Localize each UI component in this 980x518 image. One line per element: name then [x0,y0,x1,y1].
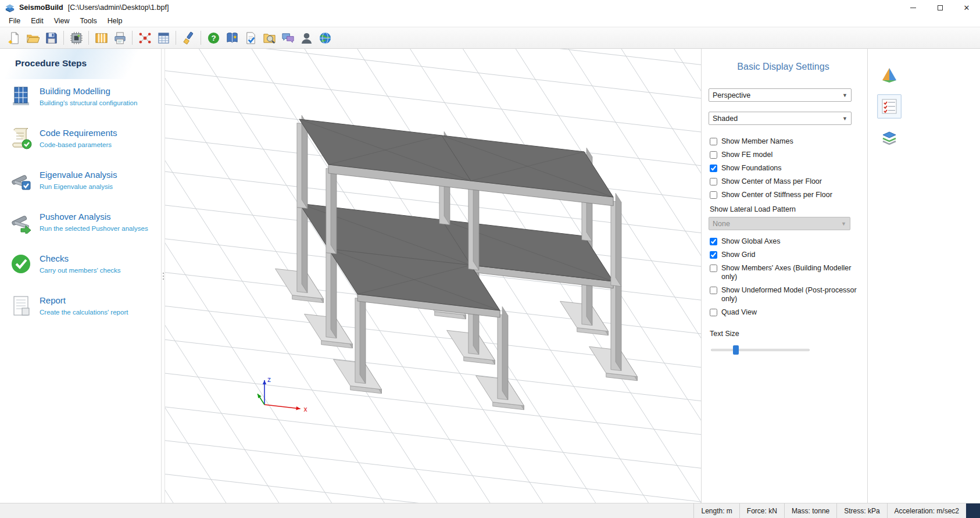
layers-button[interactable] [877,126,902,150]
projection-select[interactable]: Perspective ▼ [709,88,852,102]
checkbox-show-undeformed-model[interactable]: Show Undeformed Model (Post-processor on… [709,284,858,306]
display-settings-panel: Basic Display Settings Perspective ▼ Sha… [701,49,867,503]
toolbar-separator [132,31,133,45]
step-building-modelling[interactable]: Building Modelling Building's structural… [0,79,161,114]
eigenvalue-network-icon [138,31,152,45]
checklist-icon [881,98,898,115]
checkbox-input[interactable] [710,138,717,145]
new-file-icon [8,31,21,45]
building-modelling-icon [9,85,33,108]
text-size-slider-thumb[interactable] [733,345,739,355]
step-label: Code Requirements [40,128,117,138]
checkbox-input[interactable] [710,165,717,172]
text-size-slider[interactable] [711,345,810,355]
maximize-button[interactable] [927,0,953,15]
forum-icon [281,31,295,45]
help-button[interactable]: ? [204,29,223,47]
app-window: SeismoBuild [C:\Users\admin\Desktop\1.bp… [0,0,980,518]
print-report-icon [113,31,127,45]
new-file-button[interactable] [5,29,23,47]
scene-canvas[interactable]: zx [165,49,701,503]
menu-file[interactable]: File [3,16,26,26]
processor-icon [70,31,83,45]
checkbox-show-global-axes[interactable]: Show Global Axes [709,235,858,248]
document-check-icon [244,31,257,45]
checkbox-label: Show FE model [721,151,772,159]
statusbar: Length: m Force: kN Mass: tonne Stress: … [0,503,980,518]
procedure-steps-title: Procedure Steps [0,49,161,79]
step-report[interactable]: Report Create the calculations' report [0,288,161,323]
procedure-steps-panel: Procedure Steps Building Modelling Build… [0,49,162,503]
checkbox-label: Show Foundations [721,164,782,173]
calculator-button[interactable] [154,29,173,47]
open-file-path: [C:\Users\admin\Desktop\1.bpf] [68,3,169,12]
print-report-button[interactable] [110,29,129,47]
website-button[interactable] [316,29,334,47]
open-file-button[interactable] [23,29,42,47]
svg-text:?: ? [211,34,216,42]
step-code-requirements[interactable]: Code Requirements Code-based parameters [0,121,161,156]
toolbar-separator [201,31,201,45]
checkbox-label: Show Member Names [721,137,793,146]
step-label: Eigenvalue Analysis [40,170,117,180]
checkbox-show-foundations[interactable]: Show Foundations [709,162,858,175]
checkbox-show-center-of-stiffness[interactable]: Show Center of Stiffness per Floor [709,188,858,202]
checkbox-input[interactable] [710,191,717,199]
save-button[interactable] [42,29,60,47]
close-button[interactable]: ✕ [953,0,980,15]
checkbox-input[interactable] [710,151,717,159]
checkbox-show-grid[interactable]: Show Grid [709,248,858,262]
toolbar-separator [88,31,89,45]
forum-button[interactable] [278,29,297,47]
menu-view[interactable]: View [49,16,75,26]
step-eigenvalue-analysis[interactable]: Eigenvalue Analysis Run Eigenvalue analy… [0,163,161,198]
checkbox-input[interactable] [710,265,717,272]
checkbox-show-fe-model[interactable]: Show FE model [709,148,858,162]
search-folder-button[interactable] [260,29,278,47]
checkbox-quad-view[interactable]: Quad View [709,306,858,319]
checkbox-show-center-of-mass[interactable]: Show Center of Mass per Floor [709,175,858,188]
checks-icon [9,252,33,276]
checkbox-show-members-axes[interactable]: Show Members' Axes (Building Modeller on… [709,262,858,284]
chevron-down-icon: ▼ [842,92,847,98]
save-icon [45,31,58,45]
status-mass-unit: Mass: tonne [784,503,836,518]
menu-help[interactable]: Help [102,16,128,26]
pyramid-view-button[interactable] [877,63,902,87]
checkbox-input[interactable] [710,287,717,294]
toolbar-separator [176,31,176,45]
format-brush-button[interactable] [179,29,198,47]
step-description: Create the calculations' report [40,309,128,316]
eigenvalue-network-button[interactable] [135,29,154,47]
step-description: Run Eigenvalue analysis [40,183,117,190]
main-toolbar: ? [0,27,980,49]
user-support-button[interactable] [297,29,316,47]
tutorials-icon [226,31,239,45]
view-tools-strip [867,49,980,503]
viewport-3d[interactable]: zx [165,49,701,503]
step-pushover-analysis[interactable]: Pushover Analysis Run the selected Pusho… [0,205,161,240]
checkbox-input[interactable] [710,309,717,316]
checkbox-input[interactable] [710,251,717,259]
step-label: Report [40,295,128,305]
checkbox-input[interactable] [710,238,717,245]
chevron-down-icon: ▼ [842,116,847,122]
checklist-button[interactable] [877,94,902,119]
tutorials-button[interactable] [223,29,241,47]
step-description: Building's structural configuration [40,99,137,106]
render-mode-select[interactable]: Shaded ▼ [709,112,852,125]
slider-track[interactable] [711,349,810,351]
user-support-icon [300,31,313,45]
checkbox-input[interactable] [710,178,717,185]
minimize-button[interactable] [900,0,927,15]
document-check-button[interactable] [241,29,260,47]
web-globe-icon [319,31,332,45]
frame-section-button[interactable] [92,29,110,47]
lateral-load-pattern-value: None [713,220,841,228]
close-icon: ✕ [964,4,970,12]
menu-edit[interactable]: Edit [26,16,49,26]
processor-settings-button[interactable] [67,29,85,47]
checkbox-show-member-names[interactable]: Show Member Names [709,135,858,148]
step-checks[interactable]: Checks Carry out members' checks [0,247,161,281]
menu-tools[interactable]: Tools [75,16,102,26]
